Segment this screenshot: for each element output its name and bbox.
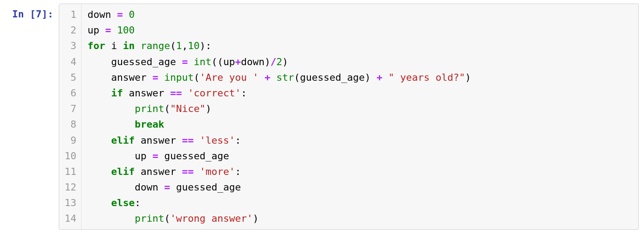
code-cell[interactable]: 1234567891011121314 down = 0up = 100for … xyxy=(59,4,639,230)
line-number: 2 xyxy=(65,22,77,38)
code-token: elif xyxy=(111,166,135,177)
code-token: for xyxy=(88,40,106,51)
code-token: + xyxy=(377,72,383,83)
code-line[interactable]: elif answer == 'less': xyxy=(88,133,632,148)
code-token: ( xyxy=(170,40,176,51)
line-number: 11 xyxy=(65,164,77,179)
code-token: = xyxy=(152,72,158,83)
line-number: 14 xyxy=(65,211,77,226)
code-line[interactable]: guessed_age = int((up+down)/2) xyxy=(88,54,632,70)
code-token: guessed_age xyxy=(300,72,365,83)
code-token: in xyxy=(123,40,135,51)
code-token: guessed_age xyxy=(111,56,176,67)
code-token: 100 xyxy=(117,25,135,36)
code-line[interactable]: answer = input('Are you ' + str(guessed_… xyxy=(88,70,632,85)
code-token: / xyxy=(270,56,276,67)
code-token xyxy=(111,25,117,36)
code-token: ( xyxy=(164,213,170,224)
code-line[interactable]: for i in range(1,10): xyxy=(88,38,632,54)
code-token: 'Are you ' xyxy=(200,72,258,83)
code-line[interactable]: print('wrong answer') xyxy=(88,211,632,226)
code-token xyxy=(158,72,164,83)
code-token: up xyxy=(88,25,100,36)
code-token: down xyxy=(241,56,265,67)
code-token: "Nice" xyxy=(170,103,205,114)
code-editor[interactable]: down = 0up = 100for i in range(1,10): gu… xyxy=(82,4,639,229)
code-token: str xyxy=(276,72,294,83)
code-token: = xyxy=(164,182,170,193)
code-token: input xyxy=(164,72,194,83)
code-token xyxy=(88,103,135,114)
code-token xyxy=(383,72,388,83)
code-token: answer xyxy=(129,87,164,99)
code-token: : xyxy=(235,135,241,146)
code-token xyxy=(88,135,111,146)
prompt-open: [ xyxy=(30,8,36,20)
code-token: ) xyxy=(253,213,258,224)
code-token xyxy=(88,119,135,130)
code-token xyxy=(135,166,140,177)
code-token: up xyxy=(223,56,235,67)
code-line[interactable]: break xyxy=(88,116,632,132)
code-token xyxy=(371,72,376,83)
code-line[interactable]: up = 100 xyxy=(88,22,632,38)
code-token: 'wrong answer' xyxy=(170,213,253,224)
code-line[interactable]: elif answer == 'more': xyxy=(88,164,632,179)
code-token: = xyxy=(117,9,123,20)
code-token: 2 xyxy=(276,56,282,67)
code-token: 'correct' xyxy=(188,87,241,99)
code-token: print xyxy=(135,103,164,114)
line-number: 6 xyxy=(65,85,77,101)
line-number: 10 xyxy=(65,148,77,164)
code-token: 'more' xyxy=(200,166,235,177)
code-token: == xyxy=(170,87,182,99)
prompt-close: ]: xyxy=(42,8,54,20)
code-token xyxy=(88,72,111,83)
code-token xyxy=(88,56,111,67)
notebook-cell: In [7]: 1234567891011121314 down = 0up =… xyxy=(0,0,644,232)
line-number: 7 xyxy=(65,101,77,116)
code-line[interactable]: else: xyxy=(88,195,632,211)
code-token: + xyxy=(235,56,241,67)
code-token: == xyxy=(182,135,194,146)
code-token: 'less' xyxy=(200,135,235,146)
code-token: ) xyxy=(365,72,371,83)
code-line[interactable]: down = 0 xyxy=(88,7,632,22)
code-token: guessed_age xyxy=(164,150,229,162)
prompt-number: 7 xyxy=(36,8,41,20)
code-token: down xyxy=(88,9,111,20)
line-number: 13 xyxy=(65,195,77,211)
code-token: 10 xyxy=(188,40,200,51)
code-token: up xyxy=(135,150,147,162)
code-token xyxy=(259,72,265,83)
code-token xyxy=(88,182,135,193)
line-number: 3 xyxy=(65,38,77,54)
code-token: + xyxy=(265,72,270,83)
input-prompt: In [7]: xyxy=(0,4,59,22)
code-token: : xyxy=(241,87,247,99)
code-token xyxy=(194,166,200,177)
code-token xyxy=(194,135,200,146)
code-token: , xyxy=(182,40,187,51)
code-token: ( xyxy=(164,103,170,114)
code-token: ) xyxy=(465,72,471,83)
line-number: 5 xyxy=(65,70,77,85)
line-number: 4 xyxy=(65,54,77,70)
code-line[interactable]: up = guessed_age xyxy=(88,148,632,164)
code-token xyxy=(135,40,141,51)
code-line[interactable]: if answer == 'correct': xyxy=(88,85,632,101)
code-token: 1 xyxy=(176,40,182,51)
code-token: (( xyxy=(212,56,224,67)
code-token: answer xyxy=(141,135,176,146)
code-token: ) xyxy=(205,103,211,114)
code-token xyxy=(170,182,176,193)
code-token: guessed_age xyxy=(176,182,241,193)
code-token xyxy=(111,9,117,20)
code-token xyxy=(158,182,164,193)
code-token: else xyxy=(111,197,135,208)
code-line[interactable]: down = guessed_age xyxy=(88,179,632,195)
code-token xyxy=(123,87,129,99)
code-line[interactable]: print("Nice") xyxy=(88,101,632,116)
code-token xyxy=(123,9,129,20)
code-token xyxy=(188,56,194,67)
